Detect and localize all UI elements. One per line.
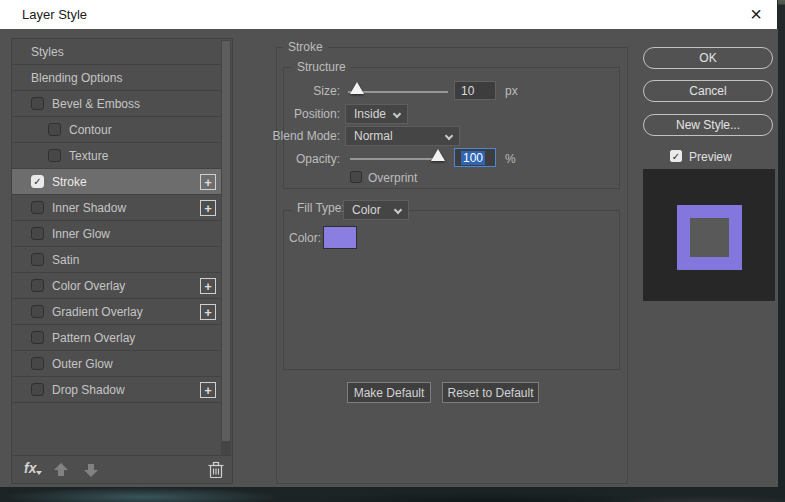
sidebar-item-texture[interactable]: Texture	[12, 143, 222, 169]
sidebar-footer: fx	[12, 455, 232, 483]
sidebar-item-outer-glow[interactable]: Outer Glow	[12, 351, 222, 377]
sidebar-item-label: Blending Options	[31, 71, 122, 85]
stroke-color-swatch[interactable]	[323, 226, 357, 249]
cancel-label: Cancel	[689, 84, 726, 98]
opacity-value: 100	[461, 151, 485, 165]
preview-checkbox[interactable]: ✓	[670, 150, 682, 162]
reset-to-default-button[interactable]: Reset to Default	[442, 382, 539, 403]
fill-type-value: Color	[352, 203, 381, 217]
move-effect-down-icon[interactable]	[84, 463, 98, 477]
sidebar-item-bevel-emboss[interactable]: Bevel & Emboss	[12, 91, 222, 117]
preview-thumbnail	[643, 169, 775, 301]
sidebar-scrollbar[interactable]	[221, 40, 231, 455]
check-icon: ✓	[672, 151, 680, 162]
chevron-down-icon	[393, 110, 401, 118]
ok-button[interactable]: OK	[643, 47, 773, 69]
add-effect-icon[interactable]: +	[200, 278, 216, 294]
effect-checkbox[interactable]	[31, 279, 44, 292]
blend-mode-label: Blend Mode:	[260, 129, 340, 143]
sidebar-item-label: Texture	[69, 149, 108, 163]
sidebar-item-label: Inner Glow	[52, 227, 110, 241]
arrow-up-stem	[58, 470, 64, 476]
sidebar-item-label: Gradient Overlay	[52, 305, 143, 319]
sidebar-item-color-overlay[interactable]: Color Overlay+	[12, 273, 222, 299]
sidebar-item-label: Satin	[52, 253, 79, 267]
opacity-slider-thumb[interactable]	[431, 149, 445, 161]
cancel-button[interactable]: Cancel	[643, 80, 773, 102]
style-list: StylesBlending OptionsBevel & EmbossCont…	[12, 39, 222, 456]
effect-checkbox[interactable]	[31, 331, 44, 344]
effect-checkbox[interactable]	[31, 305, 44, 318]
reset-to-default-label: Reset to Default	[447, 386, 533, 400]
sidebar-item-label: Bevel & Emboss	[52, 97, 140, 111]
chevron-down-icon	[445, 132, 453, 140]
sidebar-item-label: Stroke	[52, 175, 87, 189]
fx-icon: fx	[24, 460, 36, 476]
scrollbar-thumb[interactable]	[222, 41, 230, 441]
arrow-down-tri	[84, 470, 98, 477]
ok-label: OK	[699, 51, 716, 65]
add-effect-icon[interactable]: +	[200, 304, 216, 320]
close-icon[interactable]: ×	[741, 0, 771, 29]
sidebar-item-blending-options[interactable]: Blending Options	[12, 65, 222, 91]
layer-style-dialog: Layer Style × StylesBlending OptionsBeve…	[0, 0, 778, 487]
stroke-panel-title: Stroke	[283, 40, 328, 54]
effect-checkbox[interactable]	[31, 227, 44, 240]
sidebar-item-label: Pattern Overlay	[52, 331, 135, 345]
sidebar-item-stroke[interactable]: ✓Stroke+	[12, 169, 222, 195]
size-unit: px	[505, 84, 518, 98]
make-default-label: Make Default	[354, 386, 425, 400]
size-slider-thumb[interactable]	[350, 82, 364, 94]
make-default-button[interactable]: Make Default	[347, 382, 431, 403]
add-effect-icon[interactable]: +	[200, 200, 216, 216]
fx-menu-button[interactable]: fx	[24, 460, 36, 476]
add-effect-icon[interactable]: +	[200, 382, 216, 398]
sidebar-item-label: Color Overlay	[52, 279, 125, 293]
opacity-input[interactable]: 100	[454, 148, 496, 167]
effect-checkbox[interactable]	[48, 149, 61, 162]
effect-checkbox[interactable]	[48, 123, 61, 136]
preview-stroke-square	[677, 205, 742, 270]
sidebar-item-contour[interactable]: Contour	[12, 117, 222, 143]
size-input[interactable]: 10	[454, 81, 496, 100]
effect-checkbox[interactable]	[31, 357, 44, 370]
sidebar-item-inner-shadow[interactable]: Inner Shadow+	[12, 195, 222, 221]
delete-effect-icon[interactable]	[207, 460, 225, 479]
size-value: 10	[461, 84, 474, 98]
opacity-slider-track[interactable]	[350, 158, 444, 160]
effect-checkbox[interactable]	[31, 201, 44, 214]
sidebar-item-gradient-overlay[interactable]: Gradient Overlay+	[12, 299, 222, 325]
preview-label: Preview	[689, 150, 732, 164]
sidebar-item-drop-shadow[interactable]: Drop Shadow+	[12, 377, 222, 403]
title-bar: Layer Style ×	[0, 0, 777, 29]
overprint-checkbox[interactable]	[350, 171, 362, 183]
new-style-label: New Style...	[676, 118, 740, 132]
effect-checkbox[interactable]	[31, 253, 44, 266]
sidebar-item-satin[interactable]: Satin	[12, 247, 222, 273]
stroke-panel: Stroke Structure Size: 10 px Position: I…	[276, 47, 628, 484]
sidebar-item-pattern-overlay[interactable]: Pattern Overlay	[12, 325, 222, 351]
blend-mode-value: Normal	[354, 129, 393, 143]
effect-checkbox-checked[interactable]: ✓	[31, 175, 44, 188]
new-style-button[interactable]: New Style...	[643, 114, 773, 136]
sidebar-item-label: Drop Shadow	[52, 383, 125, 397]
effect-checkbox[interactable]	[31, 97, 44, 110]
size-label: Size:	[260, 84, 340, 98]
position-label: Position:	[260, 107, 340, 121]
sidebar-item-label: Styles	[31, 45, 64, 59]
sidebar-item-label: Inner Shadow	[52, 201, 126, 215]
move-effect-up-icon[interactable]	[54, 463, 68, 477]
arrow-down-stem	[88, 464, 94, 470]
add-effect-icon[interactable]: +	[200, 174, 216, 190]
structure-group: Structure Size: 10 px Position: Inside B…	[283, 67, 620, 189]
sidebar-item-label: Contour	[69, 123, 112, 137]
fill-type-dropdown[interactable]: Color	[343, 200, 409, 220]
blend-mode-dropdown[interactable]: Normal	[345, 126, 460, 146]
sidebar-item-inner-glow[interactable]: Inner Glow	[12, 221, 222, 247]
dialog-body: StylesBlending OptionsBevel & EmbossCont…	[0, 29, 778, 487]
structure-legend: Structure	[292, 60, 351, 74]
sidebar-item-styles[interactable]: Styles	[12, 39, 222, 65]
position-dropdown[interactable]: Inside	[345, 104, 408, 124]
sidebar-item-label: Outer Glow	[52, 357, 113, 371]
effect-checkbox[interactable]	[31, 383, 44, 396]
